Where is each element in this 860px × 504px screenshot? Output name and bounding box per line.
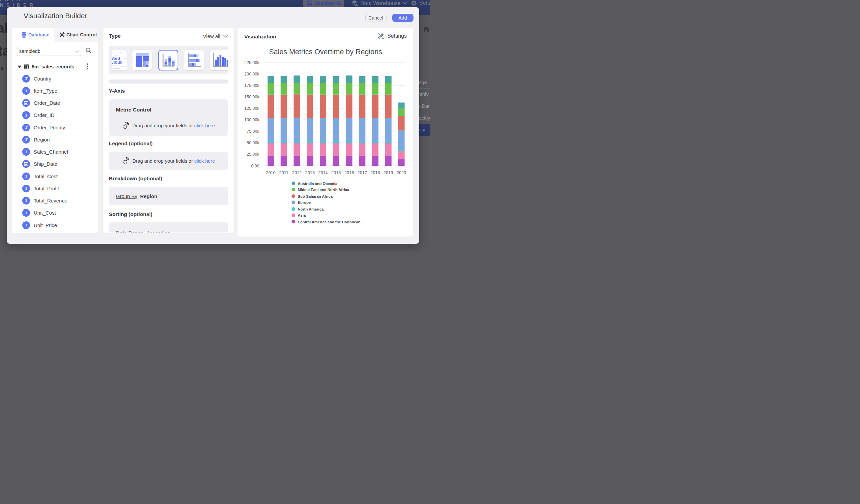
svg-text:125.00k: 125.00k xyxy=(244,106,259,111)
svg-text:75.00k: 75.00k xyxy=(246,129,259,134)
svg-text:200.00k: 200.00k xyxy=(244,72,259,76)
svg-text:2011: 2011 xyxy=(279,170,288,175)
svg-text:2016: 2016 xyxy=(344,170,354,175)
svg-text:2019: 2019 xyxy=(383,170,392,175)
svg-text:2010: 2010 xyxy=(266,170,275,175)
svg-text:225.00k: 225.00k xyxy=(244,60,259,65)
svg-text:2017: 2017 xyxy=(357,170,367,175)
svg-text:25.00k: 25.00k xyxy=(246,152,259,157)
svg-text:Central America and the Caribb: Central America and the Caribbean xyxy=(298,220,360,224)
svg-text:Australia and Oceania: Australia and Oceania xyxy=(298,182,337,186)
svg-text:North America: North America xyxy=(298,207,324,211)
svg-text:50.00k: 50.00k xyxy=(246,141,259,145)
svg-text:Europe: Europe xyxy=(298,200,311,204)
svg-text:Sub-Saharan Africa: Sub-Saharan Africa xyxy=(298,195,333,199)
svg-text:Middle East and North Africa: Middle East and North Africa xyxy=(298,188,349,192)
svg-text:2018: 2018 xyxy=(370,170,380,175)
svg-text:Sales Metrics Overtime by Regi: Sales Metrics Overtime by Regions xyxy=(269,48,382,56)
svg-text:2015: 2015 xyxy=(331,170,340,175)
svg-text:150.00k: 150.00k xyxy=(244,95,259,99)
svg-text:2013: 2013 xyxy=(305,170,314,175)
svg-text:2014: 2014 xyxy=(318,170,328,175)
svg-text:Asia: Asia xyxy=(298,213,306,217)
svg-text:100.00k: 100.00k xyxy=(244,118,259,122)
svg-text:175.00k: 175.00k xyxy=(244,83,259,88)
svg-text:0.00: 0.00 xyxy=(251,164,259,169)
svg-text:2020: 2020 xyxy=(396,170,406,175)
svg-text:2012: 2012 xyxy=(292,170,301,175)
